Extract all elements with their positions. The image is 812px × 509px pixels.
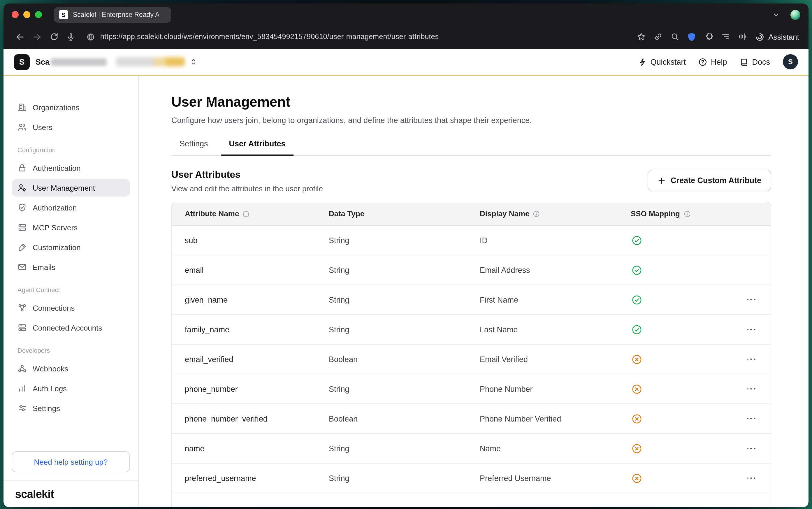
quickstart-button[interactable]: Quickstart [638, 58, 686, 66]
sidebar-item-user-management[interactable]: User Management [12, 179, 130, 197]
back-button[interactable] [12, 29, 29, 45]
display-name-cell: First Name [480, 295, 631, 304]
sidebar-item-emails[interactable]: Emails [12, 258, 130, 276]
browser-tab-strip: S Scalekit | Enterprise Ready A [3, 3, 809, 26]
extensions-puzzle-icon[interactable] [700, 29, 717, 45]
docs-button[interactable]: Docs [740, 58, 770, 66]
tab-user-attributes[interactable]: User Attributes [221, 139, 294, 155]
row-actions-button[interactable] [746, 474, 756, 482]
data-type-cell: String [329, 236, 480, 245]
create-custom-attribute-button[interactable]: Create Custom Attribute [648, 170, 771, 191]
app-header: S Sca Quickstart Help [3, 49, 809, 76]
sso-mapping-cell [631, 414, 736, 423]
copy-link-icon[interactable] [650, 29, 667, 45]
server-icon [17, 223, 27, 232]
table-row-name: nameStringName [172, 434, 771, 464]
sidebar-item-customization[interactable]: Customization [12, 238, 130, 256]
browser-profile-avatar[interactable] [790, 10, 800, 20]
reload-button[interactable] [45, 29, 62, 45]
workspace-name: Sca [36, 58, 49, 66]
sso-mapping-cell [631, 265, 736, 275]
sso-unmapped-icon [632, 414, 642, 423]
data-type-cell: String [329, 266, 480, 274]
data-type-cell: String [329, 384, 480, 393]
display-name-cell: Preferred Username [480, 474, 631, 482]
sso-unmapped-icon [632, 384, 642, 394]
waveform-icon[interactable] [734, 29, 751, 45]
sidebar-item-connections[interactable]: Connections [12, 299, 130, 316]
assistant-button[interactable]: Assistant [756, 32, 802, 41]
sidebar-item-webhooks[interactable]: Webhooks [12, 360, 130, 377]
zoom-window-button[interactable] [35, 11, 42, 18]
table-row-preferred-username: preferred_usernameStringPreferred Userna… [172, 464, 771, 493]
row-actions-button[interactable] [746, 384, 756, 393]
bookmark-star-icon[interactable] [633, 29, 650, 45]
sidebar-item-users[interactable]: Users [12, 118, 130, 136]
need-help-button[interactable]: Need help setting up? [12, 451, 130, 472]
sidebar-section-label-configuration: Configuration [17, 146, 124, 154]
environment-name-redacted [116, 57, 185, 66]
sidebar-item-authentication[interactable]: Authentication [12, 159, 130, 177]
data-type-cell: String [329, 474, 480, 482]
microphone-icon[interactable] [62, 29, 79, 45]
sidebar-item-auth-logs[interactable]: Auth Logs [12, 380, 130, 397]
forward-button[interactable] [29, 29, 45, 45]
filter-lines-icon[interactable] [717, 29, 734, 45]
sidebar-item-organizations[interactable]: Organizations [12, 99, 130, 116]
row-actions-button[interactable] [746, 325, 756, 334]
row-actions-button[interactable] [746, 355, 756, 364]
assistant-label: Assistant [769, 32, 800, 41]
sidebar-item-authorization[interactable]: Authorization [12, 199, 130, 216]
browser-tab[interactable]: S Scalekit | Enterprise Ready A [54, 7, 171, 23]
shield-extension-icon[interactable] [683, 29, 700, 45]
help-button[interactable]: Help [699, 58, 727, 66]
info-icon[interactable] [533, 210, 540, 217]
sidebar-nav: OrganizationsUsersConfigurationAuthentic… [3, 99, 138, 445]
find-in-page-icon[interactable] [667, 29, 683, 45]
sso-mapping-cell [631, 384, 736, 394]
workspace-switcher-chevron-icon[interactable] [189, 58, 198, 66]
row-actions-button[interactable] [746, 414, 756, 423]
table-header-row: Attribute Name Data Type Display Name [172, 202, 771, 226]
row-actions-button[interactable] [746, 295, 756, 304]
window-controls [12, 11, 42, 18]
desktop-background: S Scalekit | Enterprise Ready A [0, 0, 812, 509]
info-icon[interactable] [683, 210, 691, 217]
column-header-display-name: Display Name [480, 209, 631, 218]
sidebar-item-mcp-servers[interactable]: MCP Servers [12, 218, 130, 236]
tab-settings[interactable]: Settings [171, 139, 216, 155]
quickstart-label: Quickstart [650, 58, 686, 66]
nodes-icon [17, 303, 27, 312]
display-name-cell: ID [480, 236, 631, 245]
scalekit-favicon-icon: S [59, 10, 68, 19]
section-subtitle: View and edit the attributes in the user… [171, 184, 323, 194]
page-title: User Management [171, 93, 771, 111]
address-bar[interactable]: https://app.scalekit.cloud/ws/environmen… [86, 32, 625, 41]
mail-icon [17, 262, 27, 272]
info-icon[interactable] [243, 210, 249, 217]
table-row-given-name: given_nameStringFirst Name [172, 285, 771, 315]
brush-icon [17, 242, 27, 252]
sidebar-section-label-developers: Developers [17, 347, 124, 354]
main-content: User Management Configure how users join… [139, 76, 809, 507]
lightning-icon [638, 58, 647, 66]
close-window-button[interactable] [12, 11, 19, 18]
table-row-partial [172, 493, 771, 507]
minimize-window-button[interactable] [23, 11, 30, 18]
stack-icon [17, 323, 27, 332]
attribute-name-cell: email_verified [172, 355, 329, 364]
actions-cell [736, 444, 771, 453]
table-row-sub: subStringID [172, 226, 771, 256]
sidebar-item-settings[interactable]: Settings [12, 399, 130, 417]
docs-label: Docs [752, 58, 770, 66]
page-subtitle: Configure how users join, belong to orga… [171, 115, 771, 126]
data-type-cell: String [329, 325, 480, 334]
shield-check-icon [17, 203, 27, 212]
row-actions-button[interactable] [746, 444, 756, 453]
sidebar-item-connected-accounts[interactable]: Connected Accounts [12, 319, 130, 336]
sidebar-item-label: Authentication [33, 164, 81, 172]
tab-list-chevron-icon[interactable] [772, 10, 780, 19]
attribute-name-cell: preferred_username [172, 474, 329, 482]
webhook-icon [17, 364, 27, 373]
user-avatar[interactable]: S [783, 54, 798, 69]
